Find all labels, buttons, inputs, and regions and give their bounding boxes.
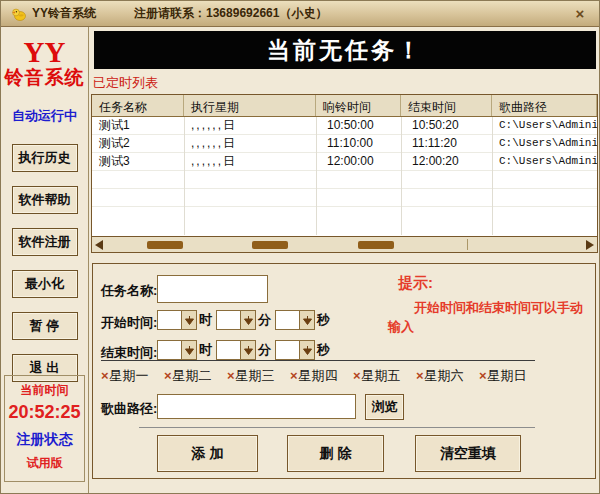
weekday-checkbox-thu[interactable]: ×星期四 — [290, 367, 353, 385]
checkbox-x-icon: × — [416, 368, 424, 383]
task-name-label: 任务名称: — [101, 282, 157, 300]
header-ring-time[interactable]: 响铃时间 — [316, 95, 401, 116]
sidebar: YY 铃音系统 自动运行中 执行历史 软件帮助 软件注册 最小化 暂 停 退 出… — [1, 27, 89, 494]
task-name-input[interactable] — [157, 275, 268, 303]
weekday-label: 星期一 — [110, 368, 149, 383]
weekday-checkbox-mon[interactable]: ×星期一 — [101, 367, 164, 385]
song-path-input[interactable] — [157, 394, 356, 419]
weekday-label: 星期三 — [236, 368, 275, 383]
table-empty-area — [92, 171, 597, 219]
help-button[interactable]: 软件帮助 — [12, 186, 78, 214]
minimize-button[interactable]: 最小化 — [12, 270, 78, 298]
table-gridline — [401, 117, 402, 235]
end-minute-input[interactable] — [216, 340, 241, 360]
register-notice: 注册请联系：13689692661（小史） — [134, 5, 327, 22]
weekday-checkbox-wed[interactable]: ×星期三 — [227, 367, 290, 385]
scroll-left-arrow-icon[interactable] — [95, 240, 103, 250]
cell-weekdays: ,,,,,,日 — [184, 153, 316, 170]
weekday-label: 星期六 — [425, 368, 464, 383]
task-table: 任务名称 执行星期 响铃时间 结束时间 歌曲路径 测试1 ,,,,,,日 10:… — [91, 94, 598, 253]
start-hour-dropdown-icon[interactable] — [182, 310, 197, 330]
end-second-input[interactable] — [275, 340, 300, 360]
start-hour-input[interactable] — [157, 310, 182, 330]
cell-task-name: 测试2 — [92, 135, 184, 152]
cell-ring-time: 10:50:00 — [316, 117, 401, 134]
start-second-dropdown-icon[interactable] — [300, 310, 315, 330]
weekday-label: 星期日 — [488, 368, 527, 383]
weekday-checkbox-sun[interactable]: ×星期日 — [479, 367, 542, 385]
cell-song-path: C:\Users\Administr — [492, 153, 597, 170]
cell-song-path: C:\Users\Administr — [492, 117, 597, 134]
checkbox-x-icon: × — [164, 368, 172, 383]
scheduled-list-title: 已定时列表 — [93, 74, 158, 92]
close-icon[interactable]: × — [571, 5, 589, 22]
cell-ring-time: 12:00:00 — [316, 153, 401, 170]
form-separator — [101, 360, 535, 361]
scrollbar-divider — [467, 239, 468, 250]
history-button[interactable]: 执行历史 — [12, 144, 78, 172]
current-task-banner: 当前无任务！ — [94, 31, 596, 69]
weekday-checkbox-row: ×星期一 ×星期二 ×星期三 ×星期四 ×星期五 ×星期六 ×星期日 — [101, 367, 542, 385]
browse-button[interactable]: 浏览 — [365, 394, 404, 420]
minute-unit-label: 分 — [258, 311, 271, 329]
checkbox-x-icon: × — [101, 368, 109, 383]
clear-button[interactable]: 清空重填 — [415, 435, 521, 472]
end-minute-dropdown-icon[interactable] — [241, 340, 256, 360]
hour-unit-label: 时 — [199, 341, 212, 359]
scroll-thumb[interactable] — [358, 241, 394, 249]
start-minute-dropdown-icon[interactable] — [241, 310, 256, 330]
logo-line1: YY — [1, 39, 88, 65]
weekday-checkbox-sat[interactable]: ×星期六 — [416, 367, 479, 385]
checkbox-x-icon: × — [353, 368, 361, 383]
registration-label: 注册状态 — [5, 431, 84, 449]
start-time-label: 开始时间: — [101, 314, 157, 332]
end-second-dropdown-icon[interactable] — [300, 340, 315, 360]
cell-end-time: 12:00:20 — [401, 153, 492, 170]
header-task-name[interactable]: 任务名称 — [92, 95, 184, 116]
end-hour-dropdown-icon[interactable] — [182, 340, 197, 360]
table-header-row: 任务名称 执行星期 响铃时间 结束时间 歌曲路径 — [92, 95, 597, 117]
cell-weekdays: ,,,,,,日 — [184, 135, 316, 152]
status-panel: 当前时间 20:52:25 注册状态 试用版 — [4, 375, 85, 482]
delete-button[interactable]: 删 除 — [287, 435, 384, 472]
logo-line2: 铃音系统 — [1, 65, 88, 91]
add-button[interactable]: 添 加 — [157, 435, 258, 472]
header-weekdays[interactable]: 执行星期 — [184, 95, 316, 116]
clock-value: 20:52:25 — [5, 402, 84, 423]
scroll-right-arrow-icon[interactable] — [586, 240, 594, 250]
table-row[interactable]: 测试2 ,,,,,,日 11:10:00 11:11:20 C:\Users\A… — [92, 135, 597, 153]
checkbox-x-icon: × — [290, 368, 298, 383]
start-minute-input[interactable] — [216, 310, 241, 330]
clock-label: 当前时间 — [5, 382, 84, 399]
table-gridline — [316, 117, 317, 235]
weekday-checkbox-fri[interactable]: ×星期五 — [353, 367, 416, 385]
scroll-thumb[interactable] — [147, 241, 183, 249]
registration-value: 试用版 — [5, 455, 84, 472]
start-time-row: 时 分 秒 — [157, 310, 334, 330]
cell-ring-time: 11:10:00 — [316, 135, 401, 152]
app-bird-icon — [11, 6, 27, 22]
tip-title: 提示: — [398, 274, 433, 293]
tip-body: 开始时间和结束时间可以手动输入 — [388, 298, 588, 336]
header-end-time[interactable]: 结束时间 — [401, 95, 492, 116]
table-row[interactable]: 测试3 ,,,,,,日 12:00:00 12:00:20 C:\Users\A… — [92, 153, 597, 171]
table-row[interactable]: 测试1 ,,,,,,日 10:50:00 10:50:20 C:\Users\A… — [92, 117, 597, 135]
pause-button[interactable]: 暂 停 — [12, 312, 78, 340]
table-gridline — [184, 117, 185, 235]
main-area: 当前无任务！ 已定时列表 任务名称 执行星期 响铃时间 结束时间 歌曲路径 测试… — [90, 27, 600, 494]
weekday-label: 星期二 — [173, 368, 212, 383]
end-hour-input[interactable] — [157, 340, 182, 360]
start-second-input[interactable] — [275, 310, 300, 330]
weekday-checkbox-tue[interactable]: ×星期二 — [164, 367, 227, 385]
horizontal-scrollbar[interactable] — [92, 236, 597, 252]
checkbox-x-icon: × — [479, 368, 487, 383]
header-song-path[interactable]: 歌曲路径 — [492, 95, 597, 116]
cell-song-path: C:\Users\Administr — [492, 135, 597, 152]
scroll-thumb[interactable] — [252, 241, 288, 249]
weekday-label: 星期四 — [299, 368, 338, 383]
cell-task-name: 测试3 — [92, 153, 184, 170]
form-separator — [139, 427, 535, 428]
titlebar: YY铃音系统 注册请联系：13689692661（小史） × — [1, 1, 599, 27]
task-form-panel: 任务名称: 开始时间: 时 分 秒 结束时间: — [92, 263, 596, 479]
register-button[interactable]: 软件注册 — [12, 228, 78, 256]
